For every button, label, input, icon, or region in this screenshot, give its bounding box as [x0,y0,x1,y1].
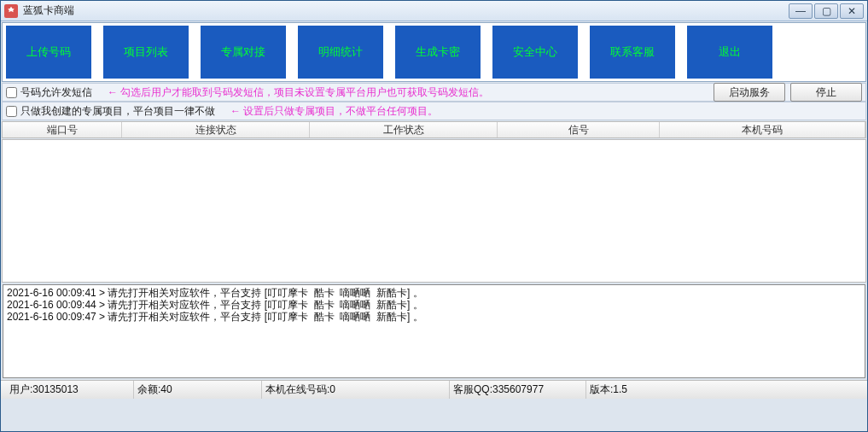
option-row-exclusive: 只做我创建的专属项目，平台项目一律不做 ← 设置后只做专属项目，不做平台任何项目… [2,102,866,120]
log-line: 2021-6-16 00:09:47 > 请先打开相关对应软件，平台支持 [叮叮… [7,311,861,323]
status-version: 版本:1.5 [586,381,862,399]
status-balance: 余额:40 [134,381,262,399]
col-local-number[interactable]: 本机号码 [660,122,865,137]
minimize-button[interactable]: — [789,3,813,19]
col-work-status[interactable]: 工作状态 [310,122,498,137]
hint-allow-sms: ← 勾选后用户才能取到号码发短信，项目未设置专属平台用户也可获取号码发短信。 [108,85,489,100]
checkbox-allow-sms[interactable]: 号码允许发短信 [6,85,92,100]
close-button[interactable]: ✕ [840,3,864,19]
toolbar-detail-stats[interactable]: 明细统计 [298,26,383,79]
col-signal[interactable]: 信号 [498,122,660,137]
grid-body[interactable] [2,139,866,283]
toolbar-contact-support[interactable]: 联系客服 [590,26,675,79]
start-service-button[interactable]: 启动服务 [714,83,785,102]
col-conn-status[interactable]: 连接状态 [122,122,310,137]
log-box[interactable]: 2021-6-16 00:09:41 > 请先打开相关对应软件，平台支持 [叮叮… [3,284,865,378]
checkbox-allow-sms-label: 号码允许发短信 [20,85,92,100]
title-bar: 蓝狐卡商端 — ▢ ✕ [1,1,867,21]
toolbar-exclusive-dock[interactable]: 专属对接 [201,26,286,79]
status-qq: 客服QQ:335607977 [450,381,586,399]
status-online: 本机在线号码:0 [262,381,450,399]
toolbar-project-list[interactable]: 项目列表 [103,26,189,79]
toolbar-upload-numbers[interactable]: 上传号码 [6,26,91,79]
checkbox-exclusive-only-label: 只做我创建的专属项目，平台项目一律不做 [20,104,215,119]
col-port[interactable]: 端口号 [3,122,122,137]
log-line: 2021-6-16 00:09:44 > 请先打开相关对应软件，平台支持 [叮叮… [7,299,861,311]
option-row-sms: 号码允许发短信 ← 勾选后用户才能取到号码发短信，项目未设置专属平台用户也可获取… [2,83,866,102]
status-user: 用户:30135013 [6,381,134,399]
checkbox-exclusive-only[interactable]: 只做我创建的专属项目，平台项目一律不做 [6,104,215,119]
main-toolbar: 上传号码 项目列表 专属对接 明细统计 生成卡密 安全中心 联系客服 退出 [2,22,866,82]
toolbar-security-center[interactable]: 安全中心 [492,26,578,79]
hint-exclusive-only: ← 设置后只做专属项目，不做平台任何项目。 [230,104,438,119]
stop-button[interactable]: 停止 [790,83,862,102]
status-bar: 用户:30135013 余额:40 本机在线号码:0 客服QQ:33560797… [1,380,867,399]
grid-header: 端口号 连接状态 工作状态 信号 本机号码 [2,121,866,138]
checkbox-exclusive-only-input[interactable] [6,106,17,117]
toolbar-generate-card[interactable]: 生成卡密 [395,26,481,79]
maximize-button[interactable]: ▢ [814,3,838,19]
checkbox-allow-sms-input[interactable] [6,87,17,98]
app-icon [4,4,18,18]
log-line: 2021-6-16 00:09:41 > 请先打开相关对应软件，平台支持 [叮叮… [7,287,861,299]
toolbar-exit[interactable]: 退出 [687,26,772,79]
window-title: 蓝狐卡商端 [23,3,789,18]
